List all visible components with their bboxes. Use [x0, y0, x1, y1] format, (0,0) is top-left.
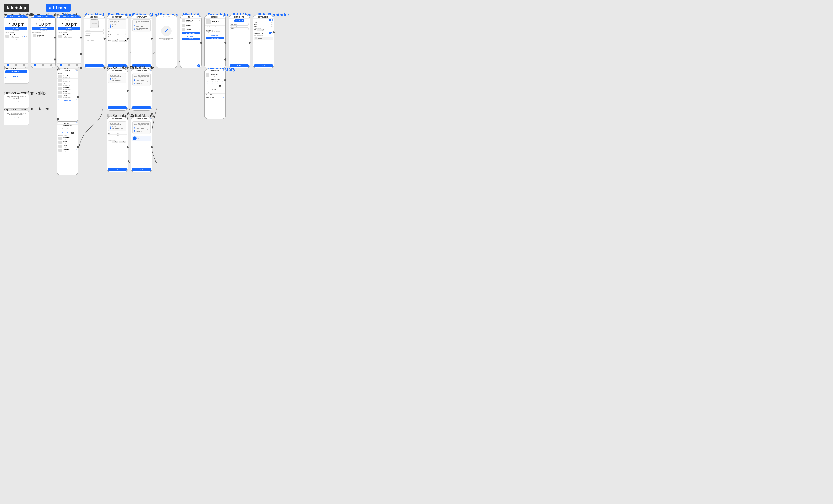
drug-history-item3: 10 mg, 9:30 pm: [206, 97, 222, 98]
setremyes-time2-delete[interactable]: ✕: [125, 135, 126, 137]
set-rem-yes-header: SET REMINDER: [112, 118, 122, 120]
critical-no-next-btn[interactable]: →: [132, 106, 151, 109]
critical-yes-radio[interactable]: [134, 28, 135, 30]
edit-reminder-toggle[interactable]: [269, 19, 273, 21]
critical-no-label-yes: Yes, please contact someone: [136, 81, 149, 84]
critical-yes-radio-yes[interactable]: [134, 130, 135, 131]
home1-tap: tap a reminder: [5, 30, 27, 31]
home2-x-btn[interactable]: ✕: [50, 35, 52, 37]
confirm-skip-yes[interactable]: ✓: [14, 100, 15, 102]
time3-delete[interactable]: ✕: [125, 36, 126, 38]
home2-all-taken-btn[interactable]: All Taken!: [32, 27, 54, 30]
medkit-add-another-btn[interactable]: ADD ANOTHER: [182, 32, 200, 34]
home1-arrow-btn[interactable]: ›: [26, 35, 27, 37]
home1-nav-profile[interactable]: Profile: [6, 64, 10, 68]
edit-reminder-forever-select[interactable]: Forever: [257, 29, 264, 31]
set-rem-no-radio-no[interactable]: [110, 78, 111, 79]
home2-med1-dose: 10 mg: [37, 36, 49, 37]
home1-nav-medkit[interactable]: Med Kit: [14, 64, 18, 68]
medkit-view-btn[interactable]: VIEW MED KIT: [182, 35, 200, 38]
setremyes-forever-select[interactable]: Forever: [119, 141, 126, 143]
add-med-next-btn[interactable]: →: [85, 64, 103, 67]
edit-reminder-contact-remove[interactable]: ✕: [271, 38, 272, 39]
status-dose1: 10 mg, 9:30 am: [63, 77, 75, 78]
set-rem-yes-next-btn[interactable]: →: [108, 168, 126, 171]
history-next-month[interactable]: ›: [77, 125, 77, 126]
set-rem-yes-radio-no[interactable]: [110, 126, 111, 127]
confirm-taken-yes[interactable]: ✓: [14, 117, 15, 119]
set-rem-yes-question: Do you need to set a reminder for this d…: [110, 123, 125, 125]
medkit-med3-arrow[interactable]: ›: [199, 29, 200, 30]
drug-info-edit-btn[interactable]: EDIT MED INFO: [206, 37, 224, 39]
edit-critical-alert-toggle[interactable]: [269, 32, 273, 34]
medkit-med1-arrow[interactable]: ›: [199, 20, 200, 22]
option-skip-all-btn[interactable]: SKIP ALL: [5, 74, 27, 78]
home1-x-btn[interactable]: ✕: [22, 35, 23, 37]
home2-nav-profile[interactable]: Profile: [33, 64, 37, 68]
set-rem-no-next-btn[interactable]: →: [108, 106, 126, 109]
home2-check-btn[interactable]: ✓: [52, 35, 54, 37]
option-taken-all-btn[interactable]: TAKEN ALL: [5, 70, 27, 73]
status-med3: Aliqam: [63, 83, 75, 85]
home3-nav-profile[interactable]: Profile: [59, 64, 63, 68]
home1-counter: 1 of 3: [4, 39, 28, 41]
add-med-drug-name: Phasellos: [85, 35, 103, 37]
medkit-home-btn[interactable]: HOME: [182, 38, 200, 40]
set-rem-yes-radio-yes[interactable]: [110, 128, 111, 129]
set-rem-yes-label-no: No, take as needed: [112, 126, 123, 127]
edit-reminder-contact: John Doe: [258, 38, 262, 39]
history-prev-month[interactable]: ‹: [58, 125, 58, 126]
home1-all-taken-btn[interactable]: All Taken!: [5, 27, 27, 30]
home2-nav-setting[interactable]: Setting: [49, 64, 53, 68]
repeat-select[interactable]: Daily: [112, 40, 118, 42]
status-med6: Aliqam: [63, 95, 75, 96]
home3-nav-medkit[interactable]: Med Kit: [67, 64, 71, 68]
confirm-skip-no[interactable]: ✕: [17, 100, 19, 102]
home2-nav-medkit[interactable]: Med Kit: [41, 64, 45, 68]
set-rem-no-radio-yes[interactable]: [110, 80, 111, 81]
set-rem-no-question: Do you need to set a reminder for this d…: [110, 75, 125, 77]
confirm-taken-no[interactable]: ✕: [17, 117, 19, 119]
drug-history-desc: Lorem ipsum: [211, 75, 218, 77]
edit-med-set-photo-btn[interactable]: SET PHOTO: [234, 19, 244, 22]
critical-yes-save-btn[interactable]: SAVE: [132, 168, 151, 171]
set-reminder-no-radio[interactable]: [110, 24, 111, 26]
status-check3: ✓: [76, 83, 77, 85]
drug-history-name: Phasellos: [211, 74, 218, 75]
critical-no-radio-no[interactable]: [134, 79, 135, 81]
home1-date: September 13, 2021: [4, 18, 28, 20]
pill-select[interactable]: Forever: [119, 40, 126, 42]
conn-dot-editrem-right: [273, 31, 275, 33]
set-reminder-yes-radio[interactable]: [110, 26, 111, 28]
time1-delete[interactable]: ✕: [125, 31, 126, 32]
edit-med-save-btn[interactable]: SAVE: [230, 64, 248, 67]
drug-history-prev-month[interactable]: ‹: [206, 78, 206, 80]
add-med-view-with-food[interactable]: View with food: [85, 37, 103, 39]
setremyes-time3-delete[interactable]: ✕: [125, 137, 126, 139]
confirm-taken-text: Are you sure that you want to mark these…: [6, 113, 27, 116]
medkit-plus-btn[interactable]: +: [198, 65, 199, 67]
setremyes-daily-select[interactable]: Daily: [112, 141, 118, 143]
critical-no-radio-yes[interactable]: [134, 82, 135, 83]
home1-nav-setting[interactable]: Setting: [22, 64, 26, 68]
home3-nav-setting[interactable]: Setting: [75, 64, 79, 68]
home1-check-btn[interactable]: ✓: [24, 35, 25, 37]
setremyes-time1-delete[interactable]: ✕: [125, 133, 126, 134]
drug-info-view-history-btn[interactable]: VIEW HISTORY: [206, 34, 224, 37]
edit-reminder-save-btn[interactable]: SAVE: [254, 64, 273, 67]
edit-med-field1[interactable]: Lorem Ipsum: [230, 23, 248, 26]
edit-med-header: EDIT MED INFO: [234, 16, 244, 18]
critical-no-radio[interactable]: [134, 25, 135, 27]
time2-delete[interactable]: ✕: [125, 33, 126, 35]
add-med-button[interactable]: add med: [46, 4, 71, 12]
medkit-med2-arrow[interactable]: ›: [199, 24, 200, 26]
critical-yes-contact-add[interactable]: +: [149, 137, 150, 139]
status-all-history-btn[interactable]: ALL HISTORY: [58, 99, 77, 101]
phone-home3: MY MEDS REMINDER ⚙ September 13, 2021 No…: [57, 15, 81, 69]
add-med-photo-btn[interactable]: add photo: [92, 23, 96, 24]
critical-yes-radio-no[interactable]: [134, 127, 135, 129]
medkit-med3: Aliqam: [186, 29, 199, 30]
home3-all-taken-btn[interactable]: All Taken!: [58, 27, 80, 30]
take-skip-button[interactable]: take/skip: [4, 4, 29, 12]
edit-med-dose-field[interactable]: 10 mg: [230, 27, 248, 30]
